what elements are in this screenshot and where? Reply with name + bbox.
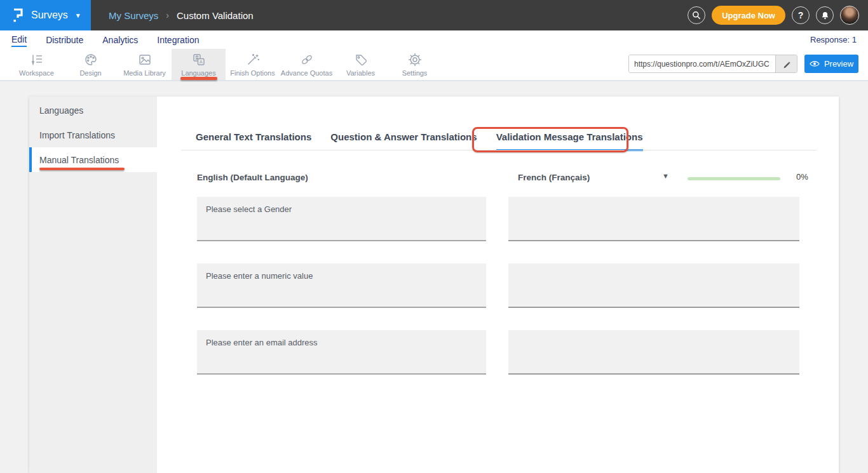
source-text-numeric[interactable]: Please enter a numeric value	[197, 263, 486, 308]
settings-gear-icon	[408, 53, 422, 67]
tab-question-answer-translations[interactable]: Question & Answer Translations	[330, 131, 477, 151]
advance-quotas-chain-icon	[300, 53, 314, 67]
translation-progress-percent: 0%	[796, 172, 808, 182]
nav-tab-analytics[interactable]: Analytics	[102, 34, 138, 46]
target-language-label: French (Français)	[518, 173, 590, 182]
toolbar-settings[interactable]: Settings	[388, 49, 442, 80]
toolbar-advance-quotas[interactable]: Advance Quotas	[280, 49, 334, 80]
toolbar-variables[interactable]: Variables	[334, 49, 388, 80]
annotation-red-underline-manual-translations	[39, 168, 125, 170]
upgrade-now-button[interactable]: Upgrade Now	[712, 6, 785, 25]
breadcrumb-my-surveys[interactable]: My Surveys	[109, 10, 158, 21]
source-text-gender[interactable]: Please select a Gender	[197, 197, 486, 241]
sidebar-item-languages[interactable]: Languages	[29, 98, 157, 123]
search-button[interactable]	[688, 6, 705, 24]
breadcrumb: My Surveys › Custom Validation	[109, 10, 254, 21]
search-icon	[691, 10, 702, 20]
tabs-divider	[181, 150, 817, 150]
nav-tab-distribute[interactable]: Distribute	[46, 34, 83, 46]
header-actions: Upgrade Now ?	[688, 6, 868, 25]
toolbar-finish-options[interactable]: Finish Options	[226, 49, 280, 80]
languages-panel: Languages Import Translations Manual Tra…	[29, 97, 839, 473]
sidebar-item-manual-translations[interactable]: Manual Translations	[29, 147, 157, 172]
target-language-dropdown[interactable]: French (Français)	[518, 173, 677, 182]
breadcrumb-separator-icon: ›	[166, 10, 169, 20]
top-header: Surveys ▼ My Surveys › Custom Validation…	[0, 0, 868, 30]
sidebar-item-label: Languages	[39, 105, 83, 116]
notifications-button[interactable]	[816, 6, 834, 24]
target-text-numeric[interactable]	[508, 263, 799, 308]
chevron-down-icon[interactable]: ▼	[662, 172, 669, 180]
toolbar-label: Advance Quotas	[281, 69, 332, 77]
toolbar-design[interactable]: Design	[64, 49, 118, 80]
pencil-icon	[782, 60, 791, 69]
nav-tab-integration[interactable]: Integration	[157, 34, 199, 46]
target-text-gender[interactable]	[508, 197, 799, 241]
toolbar-label: Variables	[346, 69, 375, 77]
eye-icon	[810, 60, 820, 67]
languages-sidebar: Languages Import Translations Manual Tra…	[29, 97, 157, 473]
sidebar-item-label: Import Translations	[39, 130, 115, 140]
design-palette-icon	[84, 53, 98, 67]
survey-url-group	[628, 55, 797, 73]
finish-options-wand-icon	[246, 53, 260, 67]
questionpro-logo-icon	[10, 7, 25, 23]
page-title: Custom Validation	[177, 10, 254, 21]
toolbar-label: Design	[79, 69, 101, 77]
toolbar-label: Media Library	[123, 69, 166, 77]
tab-general-text-translations[interactable]: General Text Translations	[196, 131, 311, 151]
toolbar-media-library[interactable]: Media Library	[118, 49, 172, 80]
preview-button[interactable]: Preview	[804, 55, 858, 73]
tab-validation-message-translations[interactable]: Validation Message Translations	[496, 131, 643, 151]
media-library-icon	[138, 53, 152, 67]
toolbar-right-actions: Preview	[628, 55, 858, 73]
nav-tab-edit[interactable]: Edit	[11, 33, 27, 47]
workspace-icon	[30, 53, 44, 67]
toolbar-label: Settings	[402, 69, 428, 77]
survey-url-input[interactable]	[629, 55, 775, 72]
product-name: Surveys	[31, 10, 68, 21]
languages-icon: A	[192, 53, 206, 67]
preview-label: Preview	[824, 59, 853, 69]
translation-progress-bar	[688, 177, 780, 180]
user-avatar[interactable]	[840, 6, 859, 25]
svg-text:A: A	[199, 58, 202, 64]
translation-tabs: General Text Translations Question & Ans…	[196, 131, 643, 151]
edit-url-button[interactable]	[775, 55, 797, 72]
manual-translations-content: General Text Translations Question & Ans…	[157, 97, 839, 473]
edit-toolbar: Workspace Design Media Library A Languag…	[0, 49, 868, 81]
response-count: Response: 1	[810, 35, 857, 44]
sidebar-item-import-translations[interactable]: Import Translations	[29, 123, 157, 147]
source-language-label: English (Default Language)	[197, 173, 308, 182]
toolbar-label: Finish Options	[230, 69, 275, 77]
target-text-email[interactable]	[508, 330, 799, 375]
help-button[interactable]: ?	[792, 6, 810, 24]
question-mark-icon: ?	[798, 10, 804, 20]
source-text-email[interactable]: Please enter an email address	[197, 330, 486, 375]
bell-icon	[820, 11, 830, 20]
surveys-menu-button[interactable]: Surveys ▼	[0, 0, 91, 30]
variables-tag-icon	[354, 53, 368, 67]
chevron-down-icon: ▼	[75, 12, 81, 19]
annotation-red-underline-languages	[180, 77, 217, 80]
toolbar-label: Languages	[181, 69, 215, 77]
toolbar-label: Workspace	[19, 69, 54, 77]
sidebar-item-label: Manual Translations	[39, 155, 119, 165]
toolbar-languages[interactable]: A Languages	[172, 49, 226, 80]
survey-nav: Edit Distribute Analytics Integration Re…	[0, 30, 868, 49]
toolbar-workspace[interactable]: Workspace	[10, 49, 64, 80]
